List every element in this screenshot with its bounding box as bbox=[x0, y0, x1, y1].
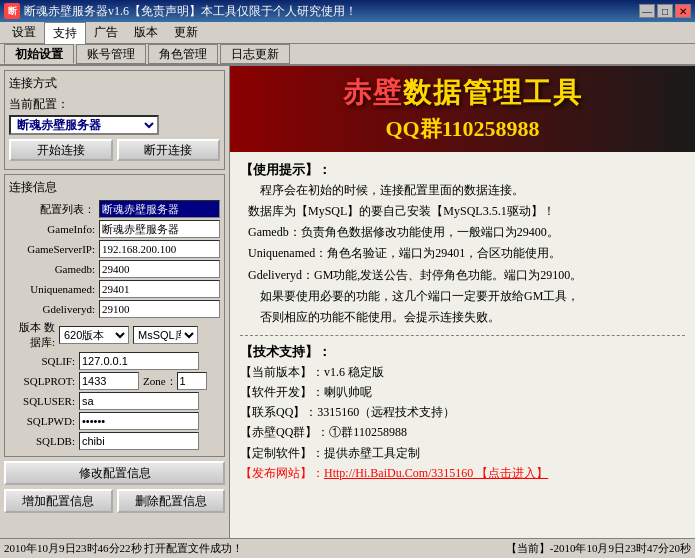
support-link-5[interactable]: Http://Hi.BaiDu.Com/3315160 【点击进入】 bbox=[324, 466, 548, 480]
zone-input[interactable] bbox=[177, 372, 207, 390]
gamedb-value: 29400 bbox=[99, 260, 220, 278]
tab-account-manage[interactable]: 账号管理 bbox=[76, 44, 146, 64]
gameinfo-value: 断魂赤壁服务器 bbox=[99, 220, 220, 238]
config-list-label: 配置列表： bbox=[9, 202, 99, 217]
gameserver-value: 192.168.200.100 bbox=[99, 240, 220, 258]
config-select-row: 断魂赤壁服务器 bbox=[9, 115, 220, 135]
divider bbox=[240, 335, 685, 336]
current-config-label: 当前配置： bbox=[9, 96, 220, 113]
connect-mode-section: 连接方式 当前配置： 断魂赤壁服务器 开始连接 断开连接 bbox=[4, 70, 225, 170]
gameinfo-label: GameInfo: bbox=[9, 223, 99, 235]
tip-2: Gamedb：负责角色数据修改功能使用，一般端口为29400。 bbox=[248, 223, 685, 242]
tip-3: Uniquenamed：角色名验证，端口为29401，合区功能使用。 bbox=[248, 244, 685, 263]
tip-0: 程序会在初始的时候，连接配置里面的数据连接。 bbox=[260, 181, 685, 200]
qq-label: QQ群 bbox=[385, 116, 441, 141]
qq-row: QQ群110258988 bbox=[240, 114, 685, 144]
menu-support[interactable]: 支持 bbox=[44, 22, 86, 44]
tab-log-update[interactable]: 日志更新 bbox=[220, 44, 290, 64]
title-bar-buttons: — □ ✕ bbox=[639, 4, 691, 18]
connect-buttons: 开始连接 断开连接 bbox=[9, 139, 220, 161]
left-panel: 连接方式 当前配置： 断魂赤壁服务器 开始连接 断开连接 连接信息 配置列表： … bbox=[0, 66, 230, 538]
close-button[interactable]: ✕ bbox=[675, 4, 691, 18]
sqlif-input[interactable] bbox=[79, 352, 199, 370]
version-row: 版本 数据库: 620版本 MsSQL库 bbox=[9, 320, 220, 350]
zone-label: Zone： bbox=[143, 374, 177, 389]
sqlprot-label: SQLPROT: bbox=[9, 375, 79, 387]
config-select[interactable]: 断魂赤壁服务器 bbox=[9, 115, 159, 135]
config-list-value: 断魂赤壁服务器 bbox=[99, 200, 220, 218]
menu-ad[interactable]: 广告 bbox=[86, 22, 126, 43]
gamedb-label: Gamedb: bbox=[9, 263, 99, 275]
support-1: 【软件开发】：喇叭帅呢 bbox=[240, 383, 685, 402]
status-bar: 2010年10月9日23时46分22秒 打开配置文件成功！ 【当前】-2010年… bbox=[0, 538, 695, 558]
sqlpwd-input[interactable] bbox=[79, 412, 199, 430]
config-list-row: 配置列表： 断魂赤壁服务器 bbox=[9, 200, 220, 218]
support-value-0: v1.6 稳定版 bbox=[324, 365, 384, 379]
right-title: 赤壁数据管理工具 bbox=[240, 74, 685, 112]
support-label-2: 【联系QQ】： bbox=[240, 405, 317, 419]
tip-1: 数据库为【MySQL】的要自己安装【MySQL3.5.1驱动】！ bbox=[248, 202, 685, 221]
delete-config-button[interactable]: 删除配置信息 bbox=[117, 489, 226, 513]
support-2: 【联系QQ】：3315160（远程技术支持） bbox=[240, 403, 685, 422]
connect-info-section: 连接信息 配置列表： 断魂赤壁服务器 GameInfo: 断魂赤壁服务器 Gam… bbox=[4, 174, 225, 457]
support-label-5: 【发布网站】： bbox=[240, 466, 324, 480]
tips-title: 【使用提示】： bbox=[240, 160, 685, 181]
sqlprot-input[interactable] bbox=[79, 372, 139, 390]
maximize-button[interactable]: □ bbox=[657, 4, 673, 18]
tab-bar: 初始设置 账号管理 角色管理 日志更新 bbox=[0, 44, 695, 66]
support-value-4: 提供赤壁工具定制 bbox=[324, 446, 420, 460]
uniquenamed-row: Uniquenamed: 29401 bbox=[9, 280, 220, 298]
sqluser-input[interactable] bbox=[79, 392, 199, 410]
qq-number: 110258988 bbox=[442, 116, 540, 141]
db-type-select[interactable]: MsSQL库 bbox=[133, 326, 198, 344]
gameinfo-row: GameInfo: 断魂赤壁服务器 bbox=[9, 220, 220, 238]
connect-info-title: 连接信息 bbox=[9, 179, 220, 196]
gdeliveryd-label: Gdeliveryd: bbox=[9, 303, 99, 315]
support-0: 【当前版本】：v1.6 稳定版 bbox=[240, 363, 685, 382]
sqlif-label: SQLIF: bbox=[9, 355, 79, 367]
disconnect-button[interactable]: 断开连接 bbox=[117, 139, 221, 161]
menu-bar: 设置 支持 广告 版本 更新 bbox=[0, 22, 695, 44]
sqldb-input[interactable] bbox=[79, 432, 199, 450]
right-header: 赤壁数据管理工具 QQ群110258988 bbox=[230, 66, 695, 152]
uniquenamed-label: Uniquenamed: bbox=[9, 283, 99, 295]
status-right: 【当前】-2010年10月9日23时47分20秒 bbox=[506, 541, 691, 556]
right-panel: 赤壁数据管理工具 QQ群110258988 【使用提示】： 程序会在初始的时候，… bbox=[230, 66, 695, 538]
support-value-1: 喇叭帅呢 bbox=[324, 385, 372, 399]
title-bar-left: 断 断魂赤壁服务器v1.6【免责声明】本工具仅限于个人研究使用！ bbox=[4, 3, 357, 20]
sqlprot-row: SQLPROT: Zone： bbox=[9, 372, 220, 390]
right-content: 【使用提示】： 程序会在初始的时候，连接配置里面的数据连接。 数据库为【MySQ… bbox=[230, 152, 695, 538]
tab-role-manage[interactable]: 角色管理 bbox=[148, 44, 218, 64]
sqluser-label: SQLUSER: bbox=[9, 395, 79, 407]
menu-update[interactable]: 更新 bbox=[166, 22, 206, 43]
support-label-1: 【软件开发】： bbox=[240, 385, 324, 399]
support-value-3: ①群110258988 bbox=[329, 425, 407, 439]
tab-initial-setup[interactable]: 初始设置 bbox=[4, 44, 74, 64]
gdeliveryd-row: Gdeliveryd: 29100 bbox=[9, 300, 220, 318]
tip-4: Gdeliveryd：GM功能,发送公告、封停角色功能。端口为29100。 bbox=[248, 266, 685, 285]
sqldb-label: SQLDB: bbox=[9, 435, 79, 447]
title-part2: 数据管理工具 bbox=[403, 77, 583, 108]
menu-version[interactable]: 版本 bbox=[126, 22, 166, 43]
support-section: 【技术支持】： 【当前版本】：v1.6 稳定版 【软件开发】：喇叭帅呢 【联系Q… bbox=[240, 342, 685, 483]
gdeliveryd-value: 29100 bbox=[99, 300, 220, 318]
sqldb-row: SQLDB: bbox=[9, 432, 220, 450]
uniquenamed-value: 29401 bbox=[99, 280, 220, 298]
version-label: 版本 数据库: bbox=[9, 320, 59, 350]
start-connect-button[interactable]: 开始连接 bbox=[9, 139, 113, 161]
tip-6: 否则相应的功能不能使用。会提示连接失败。 bbox=[260, 308, 685, 327]
tip-5: 如果要使用必要的功能，这几个端口一定要开放给GM工具， bbox=[260, 287, 685, 306]
connect-mode-title: 连接方式 bbox=[9, 75, 220, 92]
support-value-2: 3315160（远程技术支持） bbox=[317, 405, 455, 419]
add-config-button[interactable]: 增加配置信息 bbox=[4, 489, 113, 513]
support-label-3: 【赤壁QQ群】： bbox=[240, 425, 329, 439]
modify-config-button[interactable]: 修改配置信息 bbox=[4, 461, 225, 485]
menu-settings[interactable]: 设置 bbox=[4, 22, 44, 43]
minimize-button[interactable]: — bbox=[639, 4, 655, 18]
title-part1: 赤壁 bbox=[343, 77, 403, 108]
sqlif-row: SQLIF: bbox=[9, 352, 220, 370]
version-select[interactable]: 620版本 bbox=[59, 326, 129, 344]
bottom-buttons: 增加配置信息 删除配置信息 bbox=[4, 489, 225, 513]
sqlpwd-row: SQLPWD: bbox=[9, 412, 220, 430]
main-content: 连接方式 当前配置： 断魂赤壁服务器 开始连接 断开连接 连接信息 配置列表： … bbox=[0, 66, 695, 538]
